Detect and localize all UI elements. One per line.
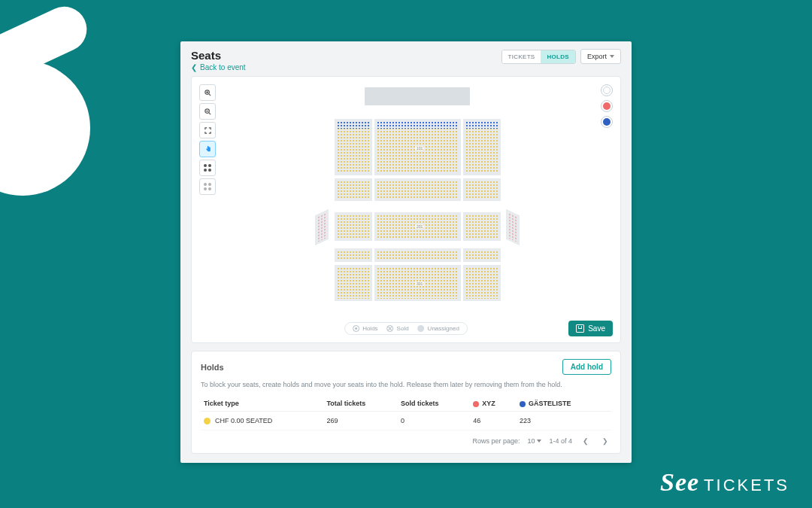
- holds-table: Ticket type Total tickets Sold tickets X…: [201, 396, 611, 430]
- add-hold-button[interactable]: Add hold: [562, 359, 611, 375]
- legend-xyz[interactable]: [601, 100, 613, 112]
- section-bal-r1[interactable]: [463, 248, 501, 262]
- holds-icon: [353, 325, 359, 332]
- caret-down-icon: [610, 55, 614, 58]
- canvas-legend: Holds Sold Unassigned: [344, 322, 468, 335]
- legend-unassigned-bottom: Unassigned: [418, 325, 459, 332]
- table-row[interactable]: CHF 0.00 SEATED 269 0 46 223: [201, 412, 611, 430]
- section-mezz-c1[interactable]: [374, 178, 461, 201]
- zoom-out-button[interactable]: [199, 103, 216, 120]
- page-title: Seats: [191, 49, 246, 62]
- col-hold-gaesteliste: GÄSTELISTE: [517, 396, 611, 412]
- export-label: Export: [587, 53, 607, 60]
- legend-holds: Holds: [353, 325, 377, 332]
- app-header: Seats ❮ Back to event TICKETS HOLDS Expo…: [180, 41, 632, 76]
- hold-color-legend: [601, 84, 613, 128]
- section-side-l[interactable]: [315, 209, 329, 245]
- legend-unassigned[interactable]: [601, 84, 613, 96]
- brand-tickets: TICKETS: [704, 476, 789, 495]
- section-mezz-r1[interactable]: [463, 178, 501, 201]
- next-page-button[interactable]: ❯: [599, 435, 611, 447]
- tab-tickets[interactable]: TICKETS: [502, 50, 541, 63]
- zoom-in-button[interactable]: [199, 84, 216, 101]
- col-sold: Sold tickets: [398, 396, 470, 412]
- col-hold-xyz: XYZ: [470, 396, 517, 412]
- header-right: TICKETS HOLDS Export: [501, 49, 621, 64]
- app-window: Seats ❮ Back to event TICKETS HOLDS Expo…: [180, 41, 632, 463]
- chevron-left-icon: ❮: [191, 63, 197, 71]
- caret-down-icon: [537, 440, 541, 443]
- back-label: Back to event: [200, 63, 246, 71]
- section-orch-right[interactable]: [463, 119, 501, 175]
- select-row-button[interactable]: [199, 178, 216, 195]
- seat-map-canvas[interactable]: 101 201 301 Holds Sold Unassign: [191, 76, 621, 343]
- save-label: Save: [588, 324, 605, 333]
- section-orch-center[interactable]: 101: [374, 119, 461, 175]
- holds-header: Holds Add hold: [201, 359, 611, 375]
- save-icon: [576, 324, 584, 333]
- canvas-toolbar: [199, 84, 216, 195]
- holds-panel: Holds Add hold To block your seats, crea…: [191, 351, 621, 454]
- stage-block: [365, 87, 470, 105]
- tab-group: TICKETS HOLDS: [501, 50, 576, 64]
- bg-decor-circle: [0, 60, 90, 196]
- rows-per-page-label: Rows per page:: [472, 437, 520, 445]
- save-button[interactable]: Save: [568, 321, 613, 336]
- col-ticket-type: Ticket type: [201, 396, 324, 412]
- rows-per-page-select[interactable]: 10: [527, 437, 541, 445]
- ticket-color-dot: [204, 418, 211, 424]
- section-bal-l2[interactable]: [335, 265, 372, 301]
- col-total: Total tickets: [324, 396, 398, 412]
- section-mezz-r2[interactable]: [463, 212, 501, 241]
- tab-holds[interactable]: HOLDS: [541, 50, 575, 63]
- fullscreen-button[interactable]: [199, 122, 216, 138]
- section-bal-r2[interactable]: [463, 265, 501, 301]
- unassigned-icon: [418, 325, 425, 332]
- prev-page-button[interactable]: ❮: [580, 435, 592, 447]
- section-mezz-l2[interactable]: [335, 212, 372, 241]
- section-mezz-l1[interactable]: [335, 178, 372, 201]
- legend-gaesteliste[interactable]: [601, 116, 613, 128]
- section-side-r[interactable]: [506, 209, 520, 245]
- header-left: Seats ❮ Back to event: [191, 49, 246, 71]
- select-seats-button[interactable]: [199, 160, 216, 176]
- holds-title: Holds: [201, 363, 224, 372]
- pan-hand-button[interactable]: [199, 141, 216, 157]
- holds-description: To block your seats, create holds and mo…: [201, 381, 611, 388]
- brand-see: See: [660, 468, 699, 497]
- section-bal-l1[interactable]: [335, 248, 372, 262]
- sold-icon: [387, 325, 394, 332]
- xyz-dot-icon: [473, 401, 479, 407]
- table-pager: Rows per page: 10 1-4 of 4 ❮ ❯: [201, 435, 611, 447]
- section-bal-c2[interactable]: 301: [374, 265, 461, 301]
- back-to-event-link[interactable]: ❮ Back to event: [191, 63, 246, 71]
- section-orch-left[interactable]: [335, 119, 372, 175]
- legend-sold: Sold: [387, 325, 409, 332]
- brand-logo: See TICKETS: [660, 468, 789, 497]
- page-range: 1-4 of 4: [549, 437, 572, 445]
- section-bal-c1[interactable]: [374, 248, 461, 262]
- section-mezz-c2[interactable]: 201: [374, 212, 461, 241]
- gaesteliste-dot-icon: [520, 401, 526, 407]
- export-button[interactable]: Export: [580, 49, 621, 64]
